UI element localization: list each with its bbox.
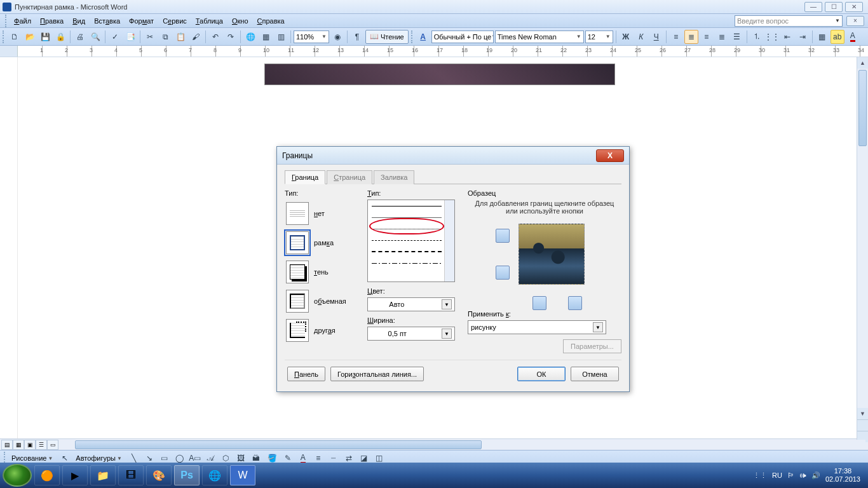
vertical-scrollbar[interactable]: ▲ ▼: [857, 57, 868, 442]
type-option-box[interactable]: рамка: [285, 230, 362, 255]
doc-close-button[interactable]: ×: [846, 16, 864, 26]
align-center-button[interactable]: ≣: [684, 30, 698, 44]
style-combo[interactable]: Обычный + По це▼: [431, 30, 494, 43]
menu-service[interactable]: Сервис: [159, 16, 191, 26]
zoom-combo[interactable]: 110%▼: [294, 30, 329, 43]
menu-edit[interactable]: Правка: [36, 16, 67, 26]
save-button[interactable]: 💾: [38, 30, 52, 44]
highlight-button[interactable]: ab: [831, 30, 844, 44]
font-combo[interactable]: Times New Roman▼: [495, 30, 584, 43]
start-button[interactable]: [3, 464, 32, 487]
reading-view-button[interactable]: ▭: [47, 440, 58, 450]
width-combo[interactable]: 0,5 пт▼: [367, 327, 455, 341]
tab-fill[interactable]: Заливка: [374, 170, 414, 184]
paste-button[interactable]: 📋: [173, 30, 187, 44]
toolbar-panel-button[interactable]: Панель: [287, 367, 325, 381]
web-view-button[interactable]: ▦: [13, 440, 24, 450]
taskbar-app-2[interactable]: ▶: [62, 465, 88, 485]
line-style-list[interactable]: [367, 200, 455, 282]
preview-top-border-button[interactable]: [496, 229, 510, 243]
ok-button[interactable]: ОК: [517, 367, 566, 381]
tray-flag-icon[interactable]: 🏳: [787, 471, 794, 479]
align-justify-button[interactable]: ≣: [715, 30, 729, 44]
new-doc-button[interactable]: 🗋: [8, 30, 22, 44]
taskbar-word[interactable]: W: [230, 465, 255, 485]
help-button[interactable]: ◉: [330, 30, 344, 44]
type-option-3d[interactable]: объемная: [285, 288, 362, 314]
close-button[interactable]: ✕: [845, 2, 863, 12]
type-option-custom[interactable]: другая: [285, 318, 362, 343]
taskbar-chrome[interactable]: 🌐: [202, 465, 227, 485]
maximize-button[interactable]: ☐: [825, 2, 843, 12]
cancel-button[interactable]: Отмена: [571, 367, 619, 381]
dialog-titlebar[interactable]: Границы X: [277, 147, 629, 165]
numbered-list-button[interactable]: ⒈: [750, 30, 764, 44]
menu-view[interactable]: Вид: [69, 16, 89, 26]
color-combo[interactable]: Авто▼: [367, 297, 455, 311]
show-marks-button[interactable]: ¶: [350, 30, 364, 44]
vertical-ruler[interactable]: [0, 57, 18, 438]
dialog-close-button[interactable]: X: [596, 149, 624, 162]
horizontal-scrollbar[interactable]: [62, 440, 865, 450]
taskbar-explorer[interactable]: 📁: [90, 465, 116, 485]
grip-icon[interactable]: [5, 15, 8, 27]
taskbar-app-3[interactable]: 🎞: [118, 465, 144, 485]
type-option-none[interactable]: нет: [285, 201, 362, 226]
print-view-button[interactable]: ▣: [24, 440, 36, 450]
taskbar-paint[interactable]: 🎨: [146, 465, 172, 485]
scroll-thumb[interactable]: [858, 70, 867, 146]
grip-icon[interactable]: [411, 30, 414, 43]
spellcheck-button[interactable]: ✓: [108, 30, 122, 44]
menu-help[interactable]: Справка: [254, 16, 288, 26]
help-search-input[interactable]: Введите вопрос▼: [735, 15, 843, 27]
align-left-button[interactable]: ≡: [669, 30, 683, 44]
tab-page[interactable]: Страница: [327, 170, 372, 184]
bold-button[interactable]: Ж: [619, 30, 633, 44]
horizontal-line-button[interactable]: Горизонтальная линия...: [330, 367, 424, 381]
copy-button[interactable]: ⧉: [158, 30, 172, 44]
cut-button[interactable]: ✂: [143, 30, 157, 44]
line-spacing-button[interactable]: ☰: [730, 30, 744, 44]
italic-button[interactable]: К: [634, 30, 648, 44]
borders-button[interactable]: ▦: [815, 30, 829, 44]
permission-button[interactable]: 🔒: [53, 30, 67, 44]
type-option-shadow[interactable]: тень: [285, 259, 362, 285]
hscroll-thumb[interactable]: [75, 440, 482, 449]
font-size-combo[interactable]: 12▼: [585, 30, 613, 43]
tab-border[interactable]: Граница: [285, 170, 325, 184]
font-color-button[interactable]: A: [846, 30, 860, 44]
outline-view-button[interactable]: ☰: [36, 440, 47, 450]
menu-insert[interactable]: Вставка: [90, 16, 124, 26]
draw-menu[interactable]: Рисование ▼: [9, 454, 55, 462]
redo-button[interactable]: ↷: [224, 30, 238, 44]
scroll-down-button[interactable]: ▼: [857, 408, 868, 419]
prev-page-button[interactable]: [857, 419, 868, 431]
tray-network-icon[interactable]: 🕪: [799, 471, 806, 479]
preview-bottom-border-button[interactable]: [496, 266, 510, 280]
menu-format[interactable]: Формат: [125, 16, 158, 26]
print-button[interactable]: 🖨: [73, 30, 87, 44]
page-canvas[interactable]: Границы X Граница Страница Заливка Тип: …: [18, 57, 868, 438]
autoshapes-menu[interactable]: Автофигуры ▼: [73, 454, 125, 462]
tray-volume-icon[interactable]: 🔊: [811, 471, 820, 480]
hyperlink-button[interactable]: 🌐: [243, 30, 257, 44]
menu-window[interactable]: Окно: [228, 16, 252, 26]
read-mode-button[interactable]: 📖 Чтение: [365, 30, 409, 44]
taskbar-app-1[interactable]: 🟠: [34, 465, 60, 485]
preview-button[interactable]: 🔍: [88, 30, 102, 44]
normal-view-button[interactable]: ▤: [1, 440, 13, 450]
horizontal-ruler[interactable]: 1234567891011121314151617181920212223242…: [0, 46, 868, 57]
menu-table[interactable]: Таблица: [192, 16, 227, 26]
outdent-button[interactable]: ⇤: [780, 30, 794, 44]
grip-icon[interactable]: [3, 30, 5, 43]
border-preview[interactable]: [491, 219, 599, 308]
align-right-button[interactable]: ≡: [700, 30, 714, 44]
taskbar-photoshop[interactable]: Ps: [174, 465, 200, 485]
minimize-button[interactable]: —: [804, 2, 822, 12]
tables-borders-button[interactable]: ▦: [259, 30, 273, 44]
menu-file[interactable]: Файл: [10, 16, 35, 26]
tray-language[interactable]: RU: [772, 471, 782, 479]
indent-button[interactable]: ⇥: [796, 30, 810, 44]
styles-pane-button[interactable]: A: [416, 30, 430, 44]
undo-button[interactable]: ↶: [208, 30, 222, 44]
